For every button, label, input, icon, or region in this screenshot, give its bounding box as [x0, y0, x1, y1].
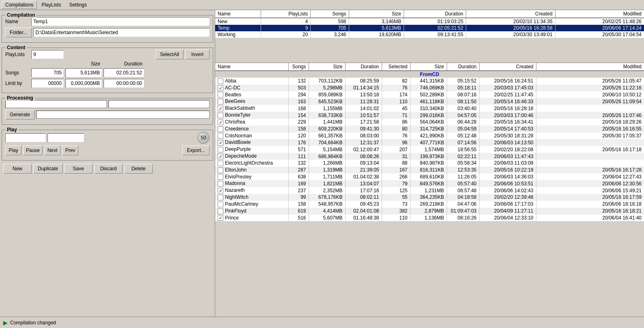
- play-track-input[interactable]: [5, 133, 46, 142]
- artist-row[interactable]: BonnieTyler 154 638,733KB 10:51:57 71 29…: [215, 112, 644, 119]
- folder-path-input[interactable]: [33, 28, 210, 37]
- cell-sel-size: 364,235KB: [410, 194, 447, 201]
- cell-name: Working: [215, 31, 261, 38]
- play-group: Play 50 Play Pause Next Prev Export...: [2, 130, 213, 161]
- cell-artist-size: 2,352MB: [309, 187, 345, 194]
- artist-row[interactable]: ✓BlackSabbath 168 1,155MB 14:01:02 45 31…: [215, 105, 644, 112]
- col-selected[interactable]: Selected: [382, 63, 410, 71]
- col-created2[interactable]: Created: [479, 63, 536, 71]
- delete-button[interactable]: Delete: [124, 164, 153, 174]
- generate-progress-bar: [36, 111, 210, 119]
- col-size[interactable]: Size: [349, 10, 404, 18]
- artist-row[interactable]: ✓Prince 516 5,607MB 01.16:48:38 110 1,13…: [215, 215, 644, 222]
- artist-row[interactable]: EltonJohn 287 1,319MB 21:39:05 167 816,3…: [215, 167, 644, 174]
- cell-artist-songs: 111: [288, 153, 309, 160]
- col-modified2[interactable]: Modified: [536, 63, 644, 71]
- play-position-input[interactable]: [48, 133, 84, 142]
- artist-row[interactable]: PaulMcCartney 158 548,957KB 09:45:23 73 …: [215, 201, 644, 208]
- col-sel-size[interactable]: Size: [410, 63, 447, 71]
- volume-knob[interactable]: 50: [197, 132, 210, 144]
- menu-playlists[interactable]: PlayLists: [38, 1, 65, 9]
- prev-button[interactable]: Prev: [62, 146, 78, 155]
- bottom-table-container[interactable]: Name Songs Size Duration Selected Size D…: [215, 63, 644, 317]
- cell-modified2: 20/05/18 18:29:26: [536, 119, 644, 126]
- artist-row[interactable]: Abba 132 703,112KB 08:25:59 82 441,315KB…: [215, 78, 644, 85]
- cell-sel-duration: 06:44:28: [447, 119, 479, 126]
- cell-sel-size: 269,218KB: [410, 201, 447, 208]
- cell-artist-songs: 120: [288, 133, 309, 139]
- playlists-input[interactable]: [31, 50, 64, 59]
- next-button[interactable]: Next: [44, 146, 61, 155]
- cell-artist-duration: 01.14:34:15: [345, 85, 382, 91]
- invert-button[interactable]: Invert: [185, 50, 210, 59]
- col-artist-songs[interactable]: Songs: [288, 63, 309, 71]
- table-row[interactable]: Temp 9 705 5,613MB 02:05:21:52 20/05/16 …: [215, 25, 644, 31]
- col-name[interactable]: Name: [215, 10, 261, 18]
- save-button[interactable]: Save: [64, 164, 93, 174]
- col-duration[interactable]: Duration: [404, 10, 466, 18]
- cell-sel-size: 840,987KB: [410, 160, 447, 167]
- cell-selected: 125: [382, 187, 410, 194]
- cell-modified2: 20/06/06 15:49:21: [536, 187, 644, 194]
- cell-created2: 20/05/16 16:28:18: [479, 105, 536, 112]
- artist-row[interactable]: Beatles 294 859,089KB 13:50:18 174 502,2…: [215, 91, 644, 98]
- cell-sel-size: 421,990KB: [410, 133, 447, 139]
- songs-input[interactable]: [31, 68, 64, 77]
- discard-button[interactable]: Discard: [94, 164, 123, 174]
- artist-row[interactable]: Madonna 169 1,821MB 13:04:07 79 849,576K…: [215, 180, 644, 187]
- cell-artist-name: DeepPurple: [215, 146, 288, 153]
- artist-row[interactable]: BeeGees 163 645,523KB 11:28:31 110 461,1…: [215, 98, 644, 105]
- col-artist-duration[interactable]: Duration: [345, 63, 382, 71]
- artist-row[interactable]: CriisNorman 120 661,357KB 08:03:00 76 42…: [215, 133, 644, 139]
- col-playlists[interactable]: PlayLists: [261, 10, 311, 18]
- songs-size-input[interactable]: [65, 68, 102, 77]
- cell-selected: 76: [382, 133, 410, 139]
- artist-row[interactable]: ✓DepecheMode 111 686,964KB 08:08:26 31 1…: [215, 153, 644, 160]
- col-songs[interactable]: Songs: [311, 10, 349, 18]
- generate-button[interactable]: Generate: [5, 110, 35, 119]
- duplicate-button[interactable]: Duplicate: [33, 164, 63, 174]
- limit-size-input[interactable]: [65, 79, 102, 88]
- artist-row[interactable]: ✓DavidBowie 176 704,664KB 12:31:37 96 40…: [215, 139, 644, 146]
- name-input[interactable]: [31, 17, 210, 26]
- export-button[interactable]: Export...: [182, 146, 210, 155]
- play-button[interactable]: Play: [5, 146, 22, 155]
- cell-artist-songs: 638: [288, 174, 309, 180]
- artist-row[interactable]: PinkFloyd 619 4,414MB 02.04:01:08 382 2,…: [215, 208, 644, 215]
- col-sel-duration[interactable]: Duration: [447, 63, 479, 71]
- new-button[interactable]: New: [3, 164, 32, 174]
- cell-artist-name: ✓Prince: [215, 215, 288, 222]
- songs-duration-input[interactable]: [104, 68, 144, 77]
- cell-selected: 31: [382, 153, 410, 160]
- artist-row[interactable]: ElectricLightOrchestra 132 1,266MB 09:13…: [215, 160, 644, 167]
- compilations-table: Name PlayLists Songs Size Duration Creat…: [215, 10, 644, 38]
- cell-artist-duration: 09:13:04: [345, 160, 382, 167]
- cell-selected: 207: [382, 146, 410, 153]
- table-row[interactable]: New 4 598 3,146MB 01:19:03:25 20/02/10 1…: [215, 18, 644, 25]
- pause-button[interactable]: Pause: [23, 146, 43, 155]
- col-created[interactable]: Created: [466, 10, 555, 18]
- col-artist-size[interactable]: Size: [309, 63, 345, 71]
- cell-size: 19,620MB: [349, 31, 404, 38]
- artist-row[interactable]: ✓Nazareth 237 2,352MB 17:07:16 125 1,231…: [215, 187, 644, 194]
- artist-row[interactable]: ✓AC-DC 503 5,298MB 01.14:34:15 76 746,06…: [215, 85, 644, 91]
- cell-modified2: 20/05/16 16:17:28: [536, 167, 644, 174]
- cell-sel-duration: 04:57:05: [447, 112, 479, 119]
- menu-compilations[interactable]: Compilations: [2, 1, 37, 9]
- folder-button[interactable]: Folder...: [5, 28, 32, 37]
- artist-row[interactable]: DeepPurple 571 5,154MB 02.12:00:47 207 1…: [215, 146, 644, 153]
- compilation-group: Compilation Name Folder...: [2, 15, 213, 43]
- artist-row[interactable]: NightWitch 99 678,176KB 08:02:11 55 364,…: [215, 194, 644, 201]
- artist-row[interactable]: ElvisPresley 638 1,711MB 01.04:02:38 266…: [215, 174, 644, 180]
- artist-row[interactable]: ✓ChrisRea 229 1,441MB 17:21:58 86 564,06…: [215, 119, 644, 126]
- limit-duration-input[interactable]: [104, 79, 144, 88]
- limit-input[interactable]: [31, 79, 64, 88]
- col-modified[interactable]: Modified: [555, 10, 644, 18]
- cell-artist-size: 609,220KB: [309, 126, 345, 133]
- menu-settings[interactable]: Settings: [65, 1, 90, 9]
- artist-row[interactable]: Creedence 158 609,220KB 09:41:30 80 314,…: [215, 126, 644, 133]
- select-all-button[interactable]: SelectAll: [156, 50, 184, 59]
- cell-modified: 20/02/25 11:48:26: [555, 18, 644, 25]
- table-row[interactable]: Working 20 3,246 19,620MB 09:13:41:55 20…: [215, 31, 644, 38]
- col-artist-name[interactable]: Name: [215, 63, 288, 71]
